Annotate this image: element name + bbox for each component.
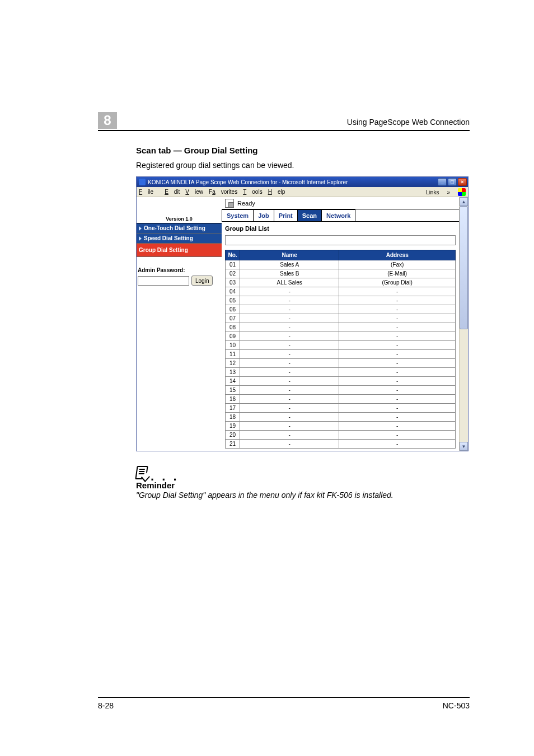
table-row[interactable]: 02Sales B(E-Mail) xyxy=(226,269,456,278)
intro-text: Registered group dial settings can be vi… xyxy=(136,161,470,170)
cell-no: 20 xyxy=(226,431,240,440)
table-row[interactable]: 04-- xyxy=(226,287,456,296)
cell-no: 15 xyxy=(226,386,240,395)
table-row[interactable]: 21-- xyxy=(226,440,456,449)
cell-name: - xyxy=(240,359,339,368)
cell-no: 04 xyxy=(226,287,240,296)
table-row[interactable]: 01Sales A(Fax) xyxy=(226,260,456,269)
chapter-number: 8 xyxy=(98,112,117,129)
menu-view[interactable]: View xyxy=(185,189,203,195)
cell-no: 01 xyxy=(226,260,240,269)
links-label[interactable]: Links xyxy=(426,189,439,195)
chevron-right-icon xyxy=(139,236,142,241)
scroll-down-button[interactable]: ▼ xyxy=(460,442,468,451)
table-row[interactable]: 14-- xyxy=(226,377,456,386)
sidebar-item-label: Group Dial Setting xyxy=(139,247,188,253)
cell-address: - xyxy=(339,296,456,305)
tabstrip: System Job Print Scan Network xyxy=(222,209,459,222)
cell-address: - xyxy=(339,386,456,395)
scroll-up-button[interactable]: ▲ xyxy=(460,197,468,206)
printer-status-icon xyxy=(225,199,234,208)
tab-network[interactable]: Network xyxy=(321,209,355,221)
cell-name: - xyxy=(240,287,339,296)
cell-no: 19 xyxy=(226,422,240,431)
table-row[interactable]: 05-- xyxy=(226,296,456,305)
table-row[interactable]: 10-- xyxy=(226,341,456,350)
window-titlebar: KONICA MINOLTA Page Scope Web Connection… xyxy=(137,177,468,187)
note-dots: . . . xyxy=(151,474,179,479)
menu-favorites[interactable]: Favorites xyxy=(209,189,237,195)
cell-address: (E-Mail) xyxy=(339,269,456,278)
version-label: Version 1.0 xyxy=(137,216,222,223)
links-chevron[interactable]: » xyxy=(447,189,450,195)
table-row[interactable]: 09-- xyxy=(226,332,456,341)
sidebar-item-label: Speed Dial Setting xyxy=(144,235,193,241)
table-row[interactable]: 12-- xyxy=(226,359,456,368)
table-row[interactable]: 07-- xyxy=(226,314,456,323)
tab-job[interactable]: Job xyxy=(253,209,274,221)
sidebar-item-speed-dial[interactable]: Speed Dial Setting xyxy=(137,234,222,244)
status-text: Ready xyxy=(237,200,255,207)
sidebar: Version 1.0 One-Touch Dial Setting Speed… xyxy=(137,197,222,290)
cell-address: - xyxy=(339,341,456,350)
panel-title: Group Dial List xyxy=(222,222,459,234)
close-button[interactable]: × xyxy=(458,178,467,186)
cell-address: - xyxy=(339,440,456,449)
minimize-button[interactable]: _ xyxy=(438,178,447,186)
cell-no: 02 xyxy=(226,269,240,278)
col-no: No. xyxy=(226,250,240,260)
table-row[interactable]: 03ALL Sales(Group Dial) xyxy=(226,278,456,287)
sidebar-item-group-dial[interactable]: Group Dial Setting xyxy=(137,244,222,257)
cell-no: 14 xyxy=(226,377,240,386)
cell-name: - xyxy=(240,323,339,332)
table-row[interactable]: 06-- xyxy=(226,305,456,314)
sidebar-item-one-touch-dial[interactable]: One-Touch Dial Setting xyxy=(137,223,222,234)
table-row[interactable]: 17-- xyxy=(226,404,456,413)
maximize-button[interactable]: □ xyxy=(448,178,457,186)
note-icon xyxy=(135,466,148,479)
cell-address: (Group Dial) xyxy=(339,278,456,287)
cell-no: 13 xyxy=(226,368,240,377)
cell-address: - xyxy=(339,323,456,332)
table-row[interactable]: 11-- xyxy=(226,350,456,359)
cell-no: 03 xyxy=(226,278,240,287)
admin-password-input[interactable] xyxy=(138,276,189,286)
table-row[interactable]: 18-- xyxy=(226,413,456,422)
menubar: File Edit View Favorites Tools Help Link… xyxy=(137,187,468,197)
cell-name: - xyxy=(240,440,339,449)
login-button[interactable]: Login xyxy=(191,276,213,286)
cell-no: 18 xyxy=(226,413,240,422)
table-row[interactable]: 19-- xyxy=(226,422,456,431)
footer-page-number: 8-28 xyxy=(98,701,114,710)
cell-no: 10 xyxy=(226,341,240,350)
group-dial-table: No. Name Address 01Sales A(Fax)02Sales B… xyxy=(225,250,456,449)
table-row[interactable]: 20-- xyxy=(226,431,456,440)
table-row[interactable]: 13-- xyxy=(226,368,456,377)
cell-address: - xyxy=(339,377,456,386)
menu-help[interactable]: Help xyxy=(268,189,285,195)
tab-scan[interactable]: Scan xyxy=(297,209,322,221)
note-title: Reminder xyxy=(136,480,470,490)
section-heading: Scan tab — Group Dial Setting xyxy=(136,146,470,155)
table-row[interactable]: 15-- xyxy=(226,386,456,395)
scroll-thumb[interactable] xyxy=(460,206,468,329)
cell-no: 16 xyxy=(226,395,240,404)
cell-address: - xyxy=(339,422,456,431)
menu-tools[interactable]: Tools xyxy=(243,189,262,195)
tab-print[interactable]: Print xyxy=(274,209,298,221)
header-rule xyxy=(98,130,470,131)
tab-system[interactable]: System xyxy=(222,209,254,221)
cell-address: - xyxy=(339,305,456,314)
cell-name: - xyxy=(240,296,339,305)
menu-edit[interactable]: Edit xyxy=(165,189,180,195)
menu-file[interactable]: File xyxy=(139,189,159,195)
cell-address: (Fax) xyxy=(339,260,456,269)
filter-input[interactable] xyxy=(225,235,456,245)
cell-address: - xyxy=(339,287,456,296)
status-bar: Ready xyxy=(222,197,459,209)
table-row[interactable]: 08-- xyxy=(226,323,456,332)
table-row[interactable]: 16-- xyxy=(226,395,456,404)
vertical-scrollbar[interactable]: ▲ ▼ xyxy=(459,197,468,451)
cell-no: 12 xyxy=(226,359,240,368)
cell-name: - xyxy=(240,386,339,395)
